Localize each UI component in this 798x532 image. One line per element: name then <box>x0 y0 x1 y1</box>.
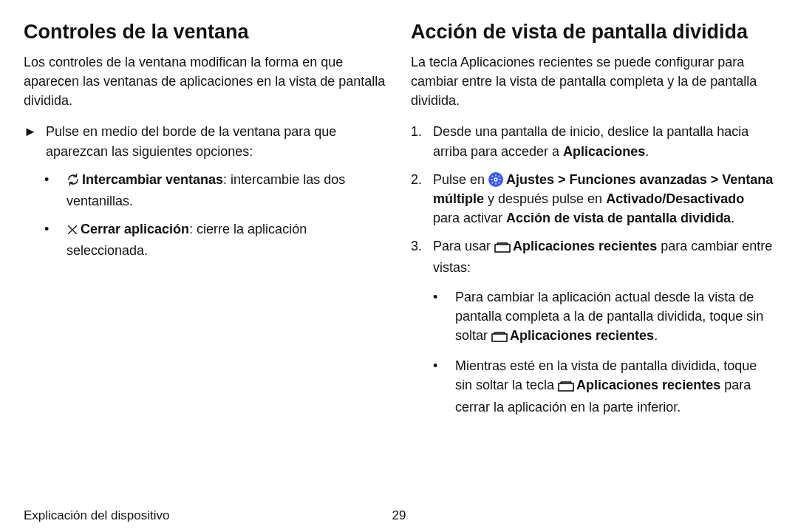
step2-a: Pulse en <box>433 172 488 187</box>
step-2-text: Pulse en Ajustes > Funciones avanzadas >… <box>433 170 774 228</box>
left-column: Controles de la ventana Los controles de… <box>24 18 387 501</box>
step2-j: Acción de vista de pantalla dividida <box>506 211 731 225</box>
footer-section-name: Explicación del dispositivo <box>24 507 170 525</box>
swap-arrows-icon <box>66 172 80 191</box>
svg-rect-3 <box>495 245 510 252</box>
step-number-3: 3. <box>411 236 426 256</box>
bullet-swap-windows-text: Intercambiar ventanas: intercambie las d… <box>66 170 387 211</box>
ordered-step-3: 3. Para usar Aplicaciones recientes para… <box>411 236 774 426</box>
two-column-layout: Controles de la ventana Los controles de… <box>24 18 774 501</box>
triangle-list-item: ► Pulse en medio del borde de la ventana… <box>24 122 387 160</box>
step2-d: Funciones avanzadas <box>570 172 707 187</box>
section-heading-right: Acción de vista de pantalla dividida <box>411 18 774 47</box>
step3-b: Aplicaciones recientes <box>513 239 657 253</box>
footer-page-number: 29 <box>392 507 406 525</box>
bullet-swap-windows-strong: Intercambiar ventanas <box>82 172 223 187</box>
sub-bullet-1: • Para cambiar la aplicación actual desd… <box>433 287 774 347</box>
step3-a: Para usar <box>433 239 494 253</box>
sub1-c: . <box>654 328 658 343</box>
step-number-1: 1. <box>411 122 426 141</box>
ordered-step-1: 1. Desde una pantalla de inicio, deslice… <box>411 122 774 160</box>
manual-page: Controles de la ventana Los controles de… <box>0 0 798 532</box>
sub-bullet-2-text: Mientras esté en la vista de pantalla di… <box>455 356 774 416</box>
bullet-swap-windows: • Intercambiar ventanas: intercambie las… <box>44 170 387 211</box>
step-number-2: 2. <box>411 170 426 189</box>
bullet-close-app-text: Cerrar aplicación: cierre la aplicación … <box>66 219 387 260</box>
bullet-close-app-strong: Cerrar aplicación <box>81 222 189 236</box>
step2-g: y después pulse en <box>484 191 606 206</box>
bullet-close-app: • Cerrar aplicación: cierre la aplicació… <box>44 219 387 260</box>
nested-bullet-list: • Intercambiar ventanas: intercambie las… <box>24 170 387 260</box>
triangle-item-text: Pulse en medio del borde de la ventana p… <box>46 122 387 160</box>
ordered-step-2: 2. Pulse en Ajustes > Funciones avanzada… <box>411 170 774 228</box>
left-lead-paragraph: Los controles de la ventana modifican la… <box>24 52 387 110</box>
bullet-icon: • <box>433 356 448 375</box>
step3-sub-bullets: • Para cambiar la aplicación actual desd… <box>433 287 774 417</box>
step-3-text: Para usar Aplicaciones recientes para ca… <box>433 236 774 426</box>
step2-k: . <box>731 211 734 225</box>
bullet-icon: • <box>44 170 59 189</box>
step1-part-c: . <box>645 144 649 159</box>
right-lead-paragraph: La tecla Aplicaciones recientes se puede… <box>411 52 774 110</box>
step2-i: para activar <box>433 211 506 225</box>
sub2-b: Aplicaciones recientes <box>576 378 720 392</box>
svg-rect-11 <box>559 383 573 391</box>
bullet-icon: • <box>44 219 59 239</box>
recent-apps-icon <box>494 239 511 258</box>
svg-rect-7 <box>492 334 507 341</box>
close-x-icon <box>66 222 78 241</box>
recent-apps-icon <box>491 328 508 347</box>
right-column: Acción de vista de pantalla dividida La … <box>411 18 774 501</box>
step2-e: > <box>707 172 723 187</box>
recent-apps-icon <box>558 378 574 397</box>
step1-part-b: Aplicaciones <box>563 144 645 159</box>
settings-gear-icon <box>488 172 503 187</box>
section-heading-left: Controles de la ventana <box>24 18 387 47</box>
triangle-marker-icon: ► <box>24 122 38 141</box>
page-footer: Explicación del dispositivo 29 <box>24 501 774 517</box>
bullet-icon: • <box>433 287 448 307</box>
svg-point-2 <box>494 178 497 181</box>
step2-c: > <box>554 172 570 187</box>
sub1-b: Aplicaciones recientes <box>510 328 654 343</box>
step2-b: Ajustes <box>506 172 554 187</box>
step2-h: Activado/​Desactivado <box>606 191 744 206</box>
sub-bullet-1-text: Para cambiar la aplicación actual desde … <box>455 287 774 347</box>
sub-bullet-2: • Mientras esté en la vista de pantalla … <box>433 356 774 416</box>
step-1-text: Desde una pantalla de inicio, deslice la… <box>433 122 774 160</box>
